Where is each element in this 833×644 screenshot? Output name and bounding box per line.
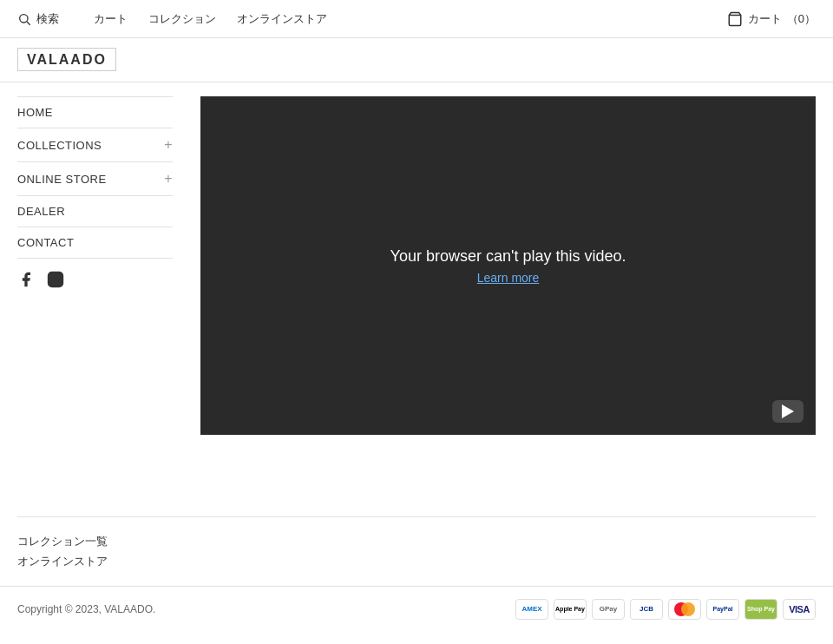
sidebar-item-home[interactable]: HOME [17,96,173,128]
instagram-link[interactable] [47,271,64,291]
top-nav-links: カート コレクション オンラインストア [94,11,327,27]
cart-icon [727,11,743,27]
youtube-icon[interactable] [772,400,803,423]
nav-link-cart[interactable]: カート [94,11,128,27]
payment-mastercard [668,599,701,620]
cart-count: （0） [787,11,816,27]
instagram-icon [47,271,64,288]
sidebar-item-label: CONTACT [17,236,74,249]
video-error-message: Your browser can't play this video. [390,247,626,266]
sidebar-item-online-store[interactable]: ONLINE STORE + [17,162,173,196]
facebook-icon [17,271,35,288]
brand-logo[interactable]: VALAADO [17,48,116,71]
payment-jcb: JCB [630,599,663,620]
facebook-link[interactable] [17,271,35,291]
footer-links: コレクション一覧 オンラインストア [0,517,833,579]
sidebar-item-contact[interactable]: CONTACT [17,227,173,259]
payment-visa: VISA [783,599,816,620]
cart-button[interactable]: カート （0） [727,11,816,27]
copyright-text: Copyright © 2023, VALAADO. [17,603,155,615]
payment-shop-pay: Shop Pay [744,599,777,620]
cart-label: カート [748,11,782,27]
nav-link-online-store[interactable]: オンラインストア [237,11,327,27]
svg-point-0 [20,14,28,22]
sidebar-item-dealer[interactable]: DEALER [17,196,173,227]
nav-link-collections[interactable]: コレクション [148,11,216,27]
content-area: Your browser can't play this video. Lear… [187,82,816,516]
sidebar-item-label: COLLECTIONS [17,139,102,152]
social-links [17,259,173,291]
sidebar-item-label: DEALER [17,205,65,218]
sidebar-item-label: ONLINE STORE [17,173,107,186]
collections-expand-icon: + [164,137,173,153]
payment-amex: AMEX [515,599,548,620]
payment-apple-pay: Apple Pay [554,599,587,620]
footer-link-collections[interactable]: コレクション一覧 [17,531,816,551]
search-label: 検索 [36,11,59,27]
svg-point-7 [681,602,695,616]
logo-bar: VALAADO [0,38,833,82]
sidebar: HOME COLLECTIONS + ONLINE STORE + DEALER… [17,82,187,516]
video-player[interactable]: Your browser can't play this video. Lear… [200,96,816,435]
sidebar-item-label: HOME [17,106,53,119]
sidebar-item-collections[interactable]: COLLECTIONS + [17,128,173,162]
svg-point-4 [53,277,59,283]
footer-bottom: Copyright © 2023, VALAADO. AMEX Apple Pa… [0,586,833,632]
learn-more-link[interactable]: Learn more [477,271,540,285]
payment-icons: AMEX Apple Pay GPay JCB PayPal Shop Pay … [515,599,816,620]
payment-google-pay: GPay [592,599,625,620]
search-icon [17,12,31,26]
main-layout: HOME COLLECTIONS + ONLINE STORE + DEALER… [0,82,833,516]
svg-line-1 [27,22,30,25]
svg-point-5 [59,275,60,276]
footer-link-online-store[interactable]: オンラインストア [17,551,816,571]
top-nav: 検索 カート コレクション オンラインストア カート （0） [0,0,833,38]
search-button[interactable]: 検索 [17,11,59,27]
payment-paypal: PayPal [706,599,739,620]
online-store-expand-icon: + [164,171,173,187]
